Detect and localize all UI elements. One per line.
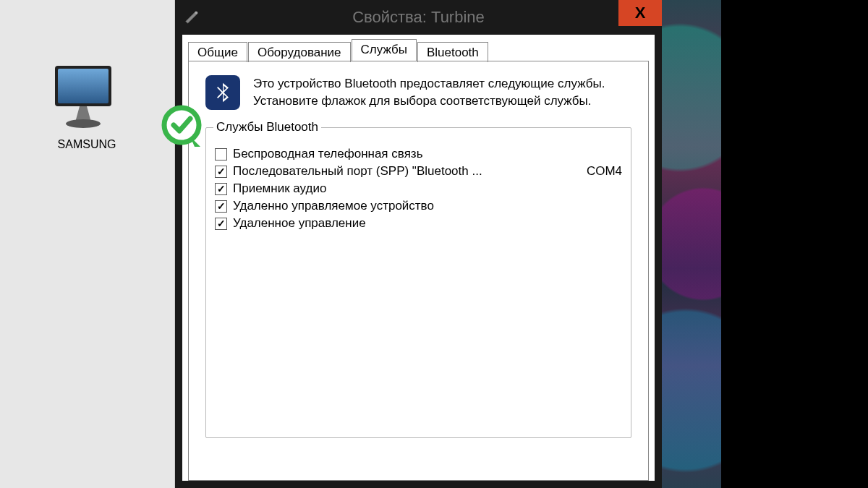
- service-row: Удаленное управление: [215, 216, 622, 231]
- intro-text: Это устройство Bluetooth предоставляет с…: [253, 75, 631, 110]
- service-checkbox-remote-controlled[interactable]: [215, 200, 227, 213]
- services-groupbox: Службы Bluetooth Беспроводная телефонная…: [205, 127, 631, 438]
- service-label: Беспроводная телефонная связь: [233, 147, 602, 161]
- service-row: Приемник аудио: [215, 181, 622, 196]
- tab-hardware[interactable]: Оборудование: [248, 42, 351, 62]
- titlebar[interactable]: Свойства: Turbine X: [175, 0, 662, 35]
- dialog-title: Свойства: Turbine: [175, 8, 662, 27]
- service-row: Удаленно управляемое устройство: [215, 199, 622, 213]
- tab-services-content: Это устройство Bluetooth предоставляет с…: [188, 61, 649, 481]
- properties-dialog: Свойства: Turbine X Общие Оборудование С…: [175, 0, 662, 488]
- service-checkbox-remote-control[interactable]: [215, 218, 227, 230]
- svg-point-2: [66, 119, 101, 128]
- hint-badge: [161, 105, 205, 148]
- groupbox-legend: Службы Bluetooth: [213, 120, 321, 134]
- desktop-device-icon[interactable]: SAMSUNG: [40, 61, 134, 151]
- desktop-area: SAMSUNG: [0, 0, 175, 488]
- service-label: Последовательный порт (SPP) "Bluetooth .…: [233, 164, 566, 179]
- svg-rect-1: [58, 69, 109, 103]
- service-row: Последовательный порт (SPP) "Bluetooth .…: [215, 164, 622, 179]
- tab-label: Оборудование: [258, 46, 341, 59]
- tab-label: Общие: [197, 46, 238, 59]
- tabstrip: Общие Оборудование Службы Bluetooth: [182, 35, 655, 61]
- tab-services[interactable]: Службы: [352, 39, 417, 61]
- service-checkbox-wireless-phone[interactable]: [215, 148, 227, 160]
- service-label: Удаленно управляемое устройство: [233, 199, 602, 213]
- service-checkbox-spp[interactable]: [215, 166, 227, 178]
- bluetooth-icon: [205, 75, 240, 110]
- titlebar-app-icon: [181, 7, 203, 28]
- service-label: Приемник аудио: [233, 181, 602, 196]
- tab-label: Службы: [361, 43, 407, 56]
- service-checkbox-audio-sink[interactable]: [215, 183, 227, 195]
- close-button[interactable]: X: [618, 0, 662, 26]
- svg-point-3: [195, 12, 198, 14]
- tab-bluetooth[interactable]: Bluetooth: [417, 42, 488, 62]
- service-extra: COM4: [572, 164, 622, 179]
- service-label: Удаленное управление: [233, 216, 602, 231]
- close-icon: X: [635, 4, 646, 22]
- desktop-icon-label: SAMSUNG: [40, 138, 134, 151]
- tab-general[interactable]: Общие: [188, 42, 247, 62]
- service-row: Беспроводная телефонная связь: [215, 147, 622, 161]
- monitor-icon: [51, 61, 123, 134]
- black-area: [721, 0, 868, 488]
- tab-label: Bluetooth: [427, 46, 479, 59]
- wallpaper-strip: [662, 0, 721, 488]
- dialog-body: Общие Оборудование Службы Bluetooth Это …: [182, 35, 655, 481]
